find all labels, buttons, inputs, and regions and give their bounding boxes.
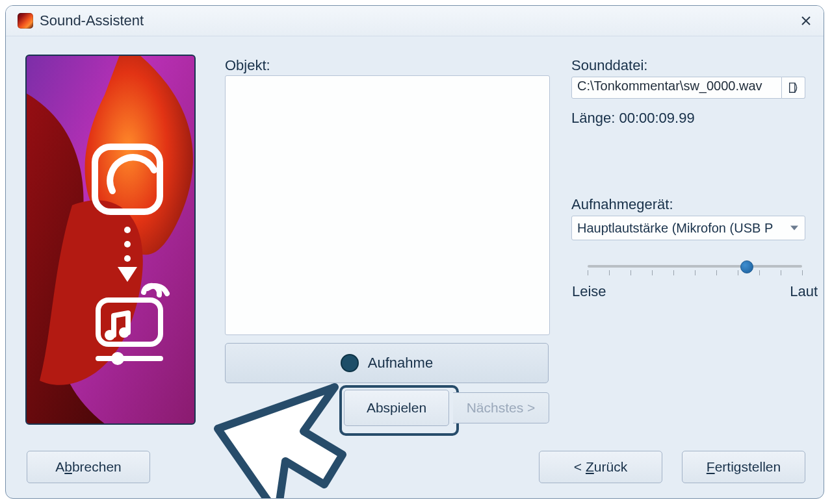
recording-device-select[interactable]: Hauptlautstärke (Mikrofon (USB P xyxy=(571,216,805,240)
slider-ticks xyxy=(588,270,802,277)
cancel-button-label: Abbrechen xyxy=(55,459,122,475)
chevron-down-icon xyxy=(790,226,798,231)
window-title: Sound-Assistent xyxy=(40,12,144,29)
soundfile-label: Sounddatei: xyxy=(571,57,647,74)
svg-point-9 xyxy=(111,352,124,365)
volume-min-label: Leise xyxy=(572,283,606,300)
svg-point-7 xyxy=(119,327,129,338)
recording-volume-slider[interactable]: Leise Laut xyxy=(588,265,802,300)
volume-max-label: Laut xyxy=(790,283,818,300)
finish-button-label: Fertigstellen xyxy=(707,459,781,475)
svg-point-4 xyxy=(124,255,131,262)
back-button[interactable]: < Zurück xyxy=(539,451,662,483)
slider-track xyxy=(588,265,802,268)
folder-open-icon xyxy=(788,81,800,94)
svg-point-3 xyxy=(124,241,131,247)
back-button-label: < Zurück xyxy=(574,459,627,475)
browse-soundfile-button[interactable] xyxy=(782,77,805,99)
recording-device-label: Aufnahmegerät: xyxy=(571,196,673,213)
close-button[interactable] xyxy=(796,11,816,31)
titlebar: Sound-Assistent xyxy=(6,6,824,36)
svg-point-2 xyxy=(124,227,131,233)
play-button-label: Abspielen xyxy=(367,400,426,416)
object-label: Objekt: xyxy=(225,57,270,74)
next-button[interactable]: Nächstes > xyxy=(453,392,549,423)
cancel-button[interactable]: Abbrechen xyxy=(27,451,150,483)
content-area: Objekt: Sounddatei: C:\Tonkommentar\sw_0… xyxy=(6,36,824,498)
close-icon xyxy=(801,16,811,25)
record-button[interactable]: Aufnahme xyxy=(225,343,549,383)
sound-assistant-dialog: Sound-Assistent xyxy=(5,5,824,499)
wizard-preview-image xyxy=(25,55,196,425)
record-button-label: Aufnahme xyxy=(368,355,433,372)
next-button-label: Nächstes > xyxy=(467,400,536,416)
app-icon xyxy=(18,13,33,29)
length-value: 00:00:09.99 xyxy=(619,110,694,126)
finish-button[interactable]: Fertigstellen xyxy=(682,451,805,483)
soundfile-path-input[interactable]: C:\Tonkommentar\sw_0000.wav xyxy=(571,77,782,99)
soundfile-length: Länge: 00:00:09.99 xyxy=(571,110,695,127)
length-prefix: Länge: xyxy=(571,110,619,126)
recording-device-selected: Hauptlautstärke (Mikrofon (USB P xyxy=(577,221,773,236)
record-icon xyxy=(341,354,359,372)
svg-point-6 xyxy=(105,330,115,340)
play-button[interactable]: Abspielen xyxy=(344,390,449,426)
object-list[interactable] xyxy=(225,75,550,335)
